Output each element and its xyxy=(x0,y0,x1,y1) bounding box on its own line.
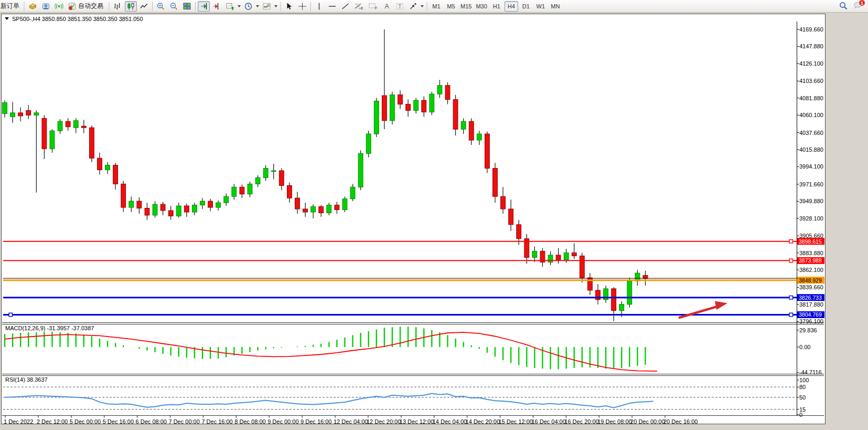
time-axis-label: 12 Dec 20:00 xyxy=(367,418,401,424)
timeframe-m1-button[interactable]: M1 xyxy=(430,1,443,12)
price-tag-label: 3873.988 xyxy=(799,257,822,264)
line-handle[interactable] xyxy=(789,259,793,263)
price-axis-label: 4169.660 xyxy=(799,26,823,33)
periods-clock-icon xyxy=(244,2,253,11)
line-chart-button[interactable] xyxy=(138,1,150,12)
horizontal-line-tool-button[interactable] xyxy=(326,1,338,12)
bull-candle xyxy=(358,153,363,187)
zoom-in-button[interactable] xyxy=(155,1,167,12)
bull-candle xyxy=(200,201,205,205)
new-chart-dropdown-caret[interactable] xyxy=(238,5,241,7)
horizontal-line-icon xyxy=(328,2,337,11)
signals-button[interactable] xyxy=(53,1,65,12)
arrows-dropdown-caret[interactable] xyxy=(421,5,424,7)
channel-tool-button[interactable]: F xyxy=(367,1,380,12)
bear-candle xyxy=(279,171,284,185)
data-window-button[interactable] xyxy=(40,1,52,12)
bull-candle xyxy=(390,95,395,121)
templates-button[interactable] xyxy=(261,1,273,12)
chart-shift-icon xyxy=(212,2,221,11)
toolbar-right-group: 1 xyxy=(836,1,866,11)
price-axis-label: 3862.100 xyxy=(799,267,823,273)
toolbar-grip xyxy=(426,2,428,11)
bull-candle xyxy=(263,169,268,178)
notification-badge: 1 xyxy=(859,0,865,6)
bull-candle xyxy=(414,100,419,110)
notifications-button[interactable]: 1 xyxy=(851,1,865,11)
rsi-scale-label: 50 xyxy=(799,394,806,401)
bear-candle xyxy=(145,208,149,215)
macd-signal-line xyxy=(5,332,657,371)
timeframe-h1-button[interactable]: H1 xyxy=(490,1,503,12)
periods-button[interactable] xyxy=(242,1,254,12)
candlestick-chart-button[interactable] xyxy=(125,1,137,12)
timeframe-m30-button[interactable]: M30 xyxy=(474,1,488,12)
price-axis-label: 3796.100 xyxy=(799,318,823,324)
channel-icon: F xyxy=(368,2,378,11)
line-handle[interactable] xyxy=(789,239,793,243)
line-handle[interactable] xyxy=(789,313,793,317)
vertical-line-tool-button[interactable] xyxy=(313,1,325,12)
timeframe-w1-button[interactable]: W1 xyxy=(534,1,548,12)
price-axis-label: 3971.660 xyxy=(799,181,823,187)
bear-candle xyxy=(160,204,165,211)
zoom-out-button[interactable] xyxy=(168,1,180,12)
auto-scroll-button[interactable] xyxy=(198,1,210,12)
chart-shift-button[interactable] xyxy=(211,1,223,12)
time-axis-label: 20 Dec 00:00 xyxy=(630,418,665,424)
line-handle[interactable] xyxy=(789,296,793,299)
timeframe-mn-button[interactable]: MN xyxy=(549,1,562,12)
search-button[interactable] xyxy=(837,1,850,11)
arrows-tool-button[interactable] xyxy=(407,1,419,12)
time-axis-label: 19 Dec 08:00 xyxy=(597,418,631,424)
cursor-tool-button[interactable] xyxy=(283,1,295,12)
price-tag-label: 3898.615 xyxy=(799,238,822,245)
macd-indicator-label: MACD(12,26,9) -31.3957 -37.0387 xyxy=(5,325,94,331)
bull-candle xyxy=(34,113,39,115)
chart-canvas[interactable]: 4169.6604147.8804126.1004103.6604081.880… xyxy=(2,14,825,424)
fibonacci-tool-button[interactable]: E xyxy=(352,1,366,12)
bull-candle xyxy=(10,113,15,117)
time-axis-label: 14 Dec 04:00 xyxy=(433,418,467,424)
templates-dropdown-caret[interactable] xyxy=(274,5,277,7)
bear-candle xyxy=(287,185,292,198)
bull-candle xyxy=(153,204,157,215)
line-handle[interactable] xyxy=(9,313,13,317)
bear-candle xyxy=(445,86,450,100)
timeframe-m15-button[interactable]: M15 xyxy=(459,1,473,12)
horizontal-line-objects: 3898.6153873.9883848.9293826.7333804.769 xyxy=(3,238,824,318)
bull-candle xyxy=(461,121,466,129)
toolbar-separator xyxy=(152,2,153,11)
timeframe-h4-button[interactable]: H4 xyxy=(505,1,518,12)
bear-candle xyxy=(26,110,31,115)
price-axis-label: 3994.100 xyxy=(799,163,823,170)
bull-candle xyxy=(430,94,434,112)
periods-dropdown-caret[interactable] xyxy=(256,5,259,7)
bar-chart-icon xyxy=(113,2,122,11)
crosshair-tool-button[interactable] xyxy=(296,1,308,12)
market-watch-button[interactable] xyxy=(27,1,39,12)
autotrading-button[interactable]: 自动交易 xyxy=(66,1,106,12)
toolbar-separator xyxy=(195,2,196,11)
toolbar-grip xyxy=(280,2,282,11)
price-axis-label: 4015.880 xyxy=(799,146,823,153)
text-label-tool-button[interactable]: T xyxy=(394,1,406,12)
pane-frames xyxy=(2,22,824,416)
tile-windows-button[interactable] xyxy=(181,1,193,12)
bear-candle xyxy=(240,187,244,194)
new-order-button[interactable]: 新订单 xyxy=(0,1,22,12)
svg-text:E: E xyxy=(361,6,363,10)
templates-icon xyxy=(262,2,271,11)
auto-scroll-icon xyxy=(199,2,208,11)
data-window-icon xyxy=(41,2,50,11)
timeframe-m5-button[interactable]: M5 xyxy=(444,1,458,12)
autotrading-label: 自动交易 xyxy=(77,2,105,11)
trendline-tool-button[interactable] xyxy=(339,1,351,12)
new-chart-button[interactable] xyxy=(224,1,236,12)
bar-chart-button[interactable] xyxy=(112,1,124,12)
time-axis-label: 2 Dec 12:00 xyxy=(37,418,68,424)
bear-candle xyxy=(453,100,458,130)
price-axis-label: 4060.100 xyxy=(799,112,823,118)
timeframe-d1-button[interactable]: D1 xyxy=(519,1,533,12)
text-tool-button[interactable]: A xyxy=(381,1,393,12)
